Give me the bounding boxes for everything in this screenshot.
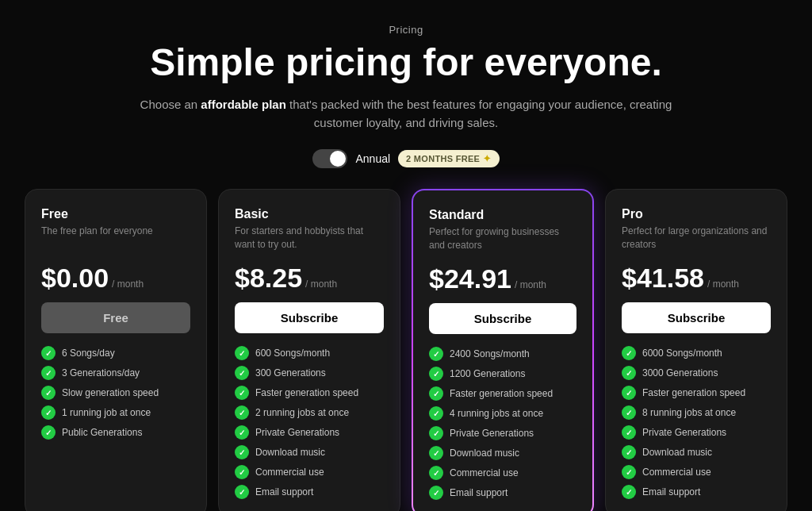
features-list-pro: ✓6000 Songs/month✓3000 Generations✓Faste… [622,346,771,499]
list-item: ✓Email support [429,486,576,500]
billing-toggle: Annual 2 MONTHS FREE ✦ [312,149,499,168]
feature-text: Private Generations [255,427,339,438]
feature-text: Download music [450,448,519,459]
plan-card-pro: ProPerfect for large organizations and c… [605,189,787,511]
check-icon: ✓ [622,485,636,499]
check-icon: ✓ [235,405,249,420]
plan-card-free: FreeThe free plan for everyone$0.00/ mon… [25,189,207,511]
plan-button-pro[interactable]: Subscribe [622,302,771,333]
list-item: ✓Commercial use [429,466,576,480]
check-icon: ✓ [622,346,636,360]
features-list-basic: ✓600 Songs/month✓300 Generations✓Faster … [235,346,384,499]
feature-text: 6000 Songs/month [642,348,722,359]
list-item: ✓Download music [235,445,384,459]
feature-text: 3 Generations/day [62,367,140,378]
feature-text: Private Generations [642,427,726,438]
feature-text: Download music [255,447,325,458]
feature-text: 8 running jobs at once [642,407,736,418]
list-item: ✓1200 Generations [429,367,576,381]
list-item: ✓1 running job at once [41,405,190,420]
check-icon: ✓ [235,445,249,459]
badge-star-icon: ✦ [483,153,491,164]
list-item: ✓Commercial use [622,465,771,479]
check-icon: ✓ [235,346,249,360]
check-icon: ✓ [235,386,249,400]
list-item: ✓3000 Generations [622,366,771,380]
check-icon: ✓ [622,425,636,440]
check-icon: ✓ [235,485,249,499]
check-icon: ✓ [429,386,443,401]
plan-price-pro: $41.58 [622,264,704,291]
list-item: ✓2 running jobs at once [235,405,384,420]
feature-text: 6 Songs/day [62,348,115,359]
badge-text: 2 MONTHS FREE [406,154,480,163]
check-icon: ✓ [622,445,636,459]
toggle-label: Annual [355,152,390,165]
check-icon: ✓ [429,367,443,381]
feature-text: Faster generation speed [255,387,358,398]
check-icon: ✓ [41,405,56,420]
plan-name-pro: Pro [622,207,771,221]
list-item: ✓600 Songs/month [235,346,384,360]
list-item: ✓Download music [622,445,771,459]
check-icon: ✓ [622,366,636,380]
plan-name-basic: Basic [235,207,384,221]
plan-desc-pro: Perfect for large organizations and crea… [622,225,771,253]
list-item: ✓3 Generations/day [41,366,190,380]
plan-card-standard: StandardPerfect for growing businesses a… [412,189,594,511]
feature-text: Commercial use [642,467,711,478]
feature-text: 600 Songs/month [255,348,330,359]
annual-toggle[interactable] [312,149,347,168]
plan-button-free[interactable]: Free [41,302,190,333]
check-icon: ✓ [41,386,56,400]
feature-text: 2400 Songs/month [450,348,530,359]
section-label: Pricing [389,24,423,36]
plan-period-basic: / month [305,279,337,290]
plan-name-standard: Standard [429,208,576,222]
list-item: ✓Faster generation speed [235,386,384,400]
list-item: ✓Slow generation speed [41,386,190,400]
check-icon: ✓ [429,426,443,440]
check-icon: ✓ [41,346,56,360]
feature-text: 300 Generations [255,367,326,378]
plan-price-standard: $24.91 [429,265,511,292]
list-item: ✓Email support [235,485,384,499]
feature-text: Email support [642,486,700,498]
list-item: ✓Commercial use [235,465,384,479]
list-item: ✓2400 Songs/month [429,347,576,361]
list-item: ✓6000 Songs/month [622,346,771,360]
feature-text: Download music [642,447,712,458]
plan-button-basic[interactable]: Subscribe [235,302,384,333]
feature-text: Faster generation speed [450,388,553,399]
features-list-free: ✓6 Songs/day✓3 Generations/day✓Slow gene… [41,346,190,440]
list-item: ✓Faster generation speed [622,386,771,400]
check-icon: ✓ [622,465,636,479]
list-item: ✓Private Generations [235,425,384,440]
list-item: ✓Public Generations [41,425,190,440]
list-item: ✓300 Generations [235,366,384,380]
feature-text: 2 running jobs at once [255,407,349,418]
check-icon: ✓ [41,425,56,440]
check-icon: ✓ [235,425,249,440]
check-icon: ✓ [235,465,249,479]
months-free-badge: 2 MONTHS FREE ✦ [398,150,499,167]
check-icon: ✓ [622,405,636,420]
list-item: ✓Private Generations [429,426,576,440]
plan-period-standard: / month [515,279,546,290]
plan-button-standard[interactable]: Subscribe [429,303,576,334]
list-item: ✓4 running jobs at once [429,406,576,421]
list-item: ✓Download music [429,446,576,460]
list-item: ✓Email support [622,485,771,499]
plan-desc-standard: Perfect for growing businesses and creat… [429,225,576,254]
feature-text: Slow generation speed [62,387,159,398]
plan-name-free: Free [41,207,190,221]
feature-text: Private Generations [450,428,534,439]
plan-price-basic: $8.25 [235,264,302,291]
list-item: ✓6 Songs/day [41,346,190,360]
plan-price-free: $0.00 [41,264,109,291]
plan-card-basic: BasicFor starters and hobbyists that wan… [218,189,400,511]
list-item: ✓Private Generations [622,425,771,440]
check-icon: ✓ [429,347,443,361]
feature-text: 1200 Generations [450,368,525,379]
features-list-standard: ✓2400 Songs/month✓1200 Generations✓Faste… [429,347,576,500]
